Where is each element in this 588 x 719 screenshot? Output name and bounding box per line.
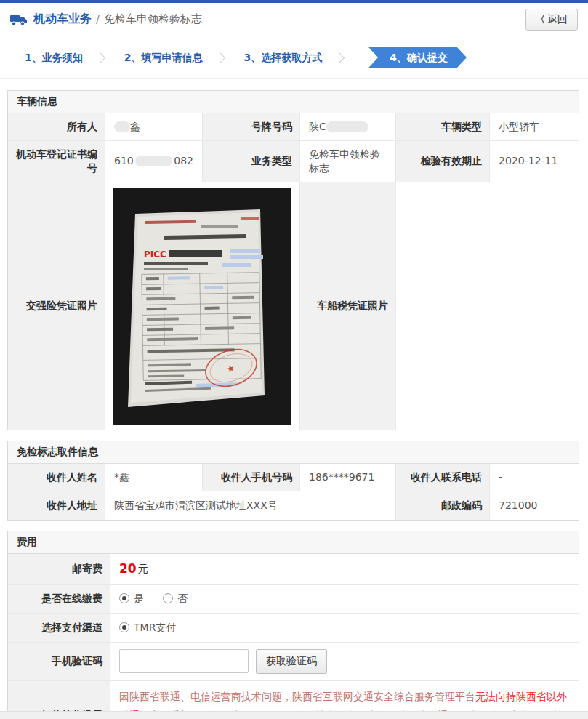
owner-value: 鑫 — [105, 113, 203, 140]
zip-code-label: 邮政编码 — [396, 491, 490, 520]
radio-no-label: 否 — [177, 592, 188, 606]
radio-selected-icon — [119, 593, 129, 603]
table-row: 收件人姓名 *鑫 收件人手机号码 186****9671 收件人联系电话 - — [8, 464, 579, 491]
table-row: 所有人 鑫 号牌号码 陕C 车辆类型 小型轿车 — [8, 113, 579, 140]
redaction-blur — [326, 121, 368, 132]
redaction-blur — [114, 121, 130, 132]
chevron-right-icon — [334, 52, 345, 63]
pay-channel-row: 选择支付渠道 TMR支付 — [8, 613, 579, 642]
vehicle-type-label: 车辆类型 — [396, 113, 490, 140]
insurance-document-image: PICC — [113, 188, 291, 425]
photo-row: 交强险凭证照片 PICC — [8, 182, 579, 430]
plate-value: 陕C — [300, 113, 396, 140]
insurance-photo[interactable]: PICC — [113, 188, 291, 425]
recipient-address-label: 收件人地址 — [8, 491, 105, 520]
insurance-photo-cell: PICC — [105, 182, 300, 430]
captcha-field-group: 获取验证码 — [110, 642, 579, 680]
radio-pay-channel-tmr[interactable]: TMR支付 — [119, 621, 176, 635]
recipient-name-label: 收件人姓名 — [8, 464, 105, 491]
vehicle-info-title: 车辆信息 — [8, 91, 579, 113]
owner-label: 所有人 — [8, 113, 105, 140]
back-button-label: 返回 — [547, 13, 568, 25]
online-pay-row: 是否在线缴费 是 否 — [8, 584, 579, 613]
postage-amount: 20 — [119, 561, 137, 577]
inspection-valid-value: 2020-12-11 — [490, 140, 579, 182]
postage-row: 邮寄费 20元 — [8, 554, 579, 584]
inspection-valid-label: 检验有效期止 — [396, 140, 490, 182]
bottom-strip — [0, 711, 588, 719]
recipient-mobile-value: 186****9671 — [300, 464, 396, 491]
tax-photo-cell-empty — [396, 182, 579, 430]
tax-photo-label: 车船税凭证照片 — [300, 182, 396, 430]
page-title: 免检车申领检验标志 — [104, 12, 202, 26]
fee-title: 费用 — [8, 531, 579, 554]
online-pay-options: 是 否 — [110, 584, 579, 613]
captcha-input[interactable] — [119, 649, 249, 673]
online-pay-label: 是否在线缴费 — [8, 584, 110, 613]
truck-icon — [10, 13, 28, 26]
business-type-label: 业务类型 — [203, 140, 300, 182]
table-row: 收件人地址 陕西省宝鸡市渭滨区测试地址XXX号 邮政编码 721000 — [8, 491, 579, 520]
radio-online-pay-no[interactable]: 否 — [163, 592, 188, 606]
registration-cert-label: 机动车登记证书编号 — [8, 140, 105, 182]
postage-value: 20元 — [110, 554, 579, 584]
recipient-address-value: 陕西省宝鸡市渭滨区测试地址XXX号 — [105, 491, 396, 520]
recipient-phone-label: 收件人联系电话 — [396, 464, 490, 491]
breadcrumb-separator: / — [96, 13, 100, 26]
app-title: 机动车业务 — [33, 12, 92, 27]
pay-channel-option-label: TMR支付 — [134, 621, 176, 635]
recipient-phone-value: - — [490, 464, 579, 491]
pickup-info-title: 免检标志取件信息 — [8, 441, 579, 464]
notice-segment-1: 因陕西省联通、电信运营商技术问题，陕西省互联网交通安全综合服务管理平台 — [119, 691, 475, 702]
radio-online-pay-yes[interactable]: 是 — [119, 592, 144, 606]
page-header: 机动车业务 / 免检车申领检验标志 〈返回 — [0, 3, 588, 36]
tab-step-3[interactable]: 3、选择获取方式 — [237, 47, 330, 68]
chevron-right-icon — [94, 52, 105, 63]
radio-unselected-icon — [163, 593, 173, 603]
pay-channel-label: 选择支付渠道 — [8, 613, 110, 642]
radio-selected-icon — [119, 622, 129, 632]
pay-channel-options: TMR支付 — [110, 613, 579, 642]
plate-label: 号牌号码 — [203, 113, 300, 140]
business-type-value: 免检车申领检验标志 — [300, 140, 396, 182]
captcha-label: 手机验证码 — [8, 642, 110, 680]
tab-step-1[interactable]: 1、业务须知 — [17, 47, 90, 68]
tab-step-4-active[interactable]: 4、确认提交 — [368, 47, 467, 68]
fee-panel: 费用 邮寄费 20元 是否在线缴费 是 否 选择支付渠道 TMR支付 手机验证码… — [7, 531, 579, 719]
vehicle-info-panel: 车辆信息 所有人 鑫 号牌号码 陕C 车辆类型 小型轿车 机动车登记证书编号 6… — [7, 90, 579, 430]
radio-yes-label: 是 — [134, 592, 144, 606]
vehicle-type-value: 小型轿车 — [490, 113, 579, 140]
back-button[interactable]: 〈返回 — [525, 9, 578, 31]
table-row: 机动车登记证书编号 610082 业务类型 免检车申领检验标志 检验有效期止 2… — [8, 140, 579, 182]
back-arrow-icon: 〈 — [536, 14, 545, 25]
tab-step-2[interactable]: 2、填写申请信息 — [117, 47, 210, 68]
captcha-row: 手机验证码 获取验证码 — [8, 642, 579, 680]
redaction-blur — [135, 156, 173, 166]
svg-text:PICC: PICC — [144, 249, 166, 260]
chevron-right-icon — [214, 52, 225, 63]
recipient-name-value: *鑫 — [105, 464, 203, 491]
get-captcha-button[interactable]: 获取验证码 — [256, 649, 327, 674]
registration-cert-value: 610082 — [105, 140, 203, 182]
step-tabs: 1、业务须知 2、填写申请信息 3、选择获取方式 4、确认提交 — [0, 47, 588, 79]
pickup-info-panel: 免检标志取件信息 收件人姓名 *鑫 收件人手机号码 186****9671 收件… — [7, 441, 579, 521]
zip-code-value: 721000 — [490, 491, 579, 520]
postage-label: 邮寄费 — [8, 554, 110, 584]
recipient-mobile-label: 收件人手机号码 — [203, 464, 300, 491]
insurance-photo-label: 交强险凭证照片 — [8, 182, 105, 430]
postage-unit: 元 — [138, 562, 148, 576]
